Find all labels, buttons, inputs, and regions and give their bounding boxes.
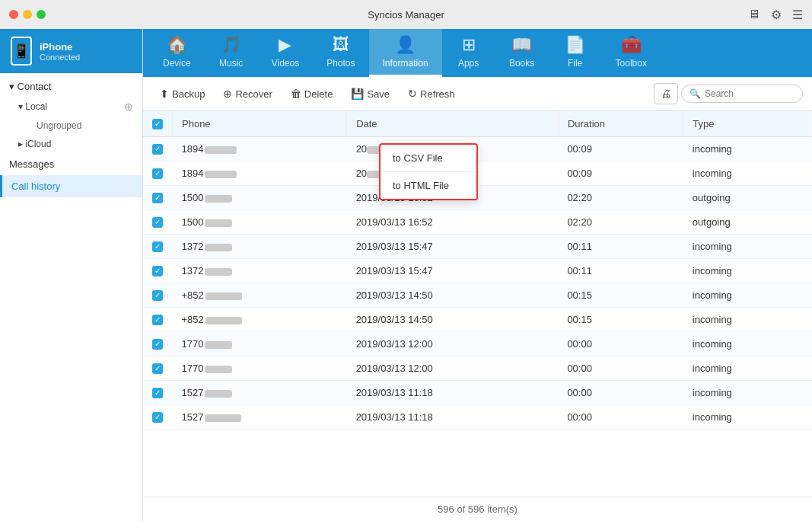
cell-phone: 1894 (173, 161, 347, 186)
tab-device[interactable]: 🏠 Device (149, 29, 205, 77)
sidebar-item-ungrouped[interactable]: Ungrouped (18, 117, 142, 135)
cell-type: incoming (683, 137, 812, 161)
cell-type: incoming (683, 308, 812, 332)
sidebar-item-call-history[interactable]: Call history (0, 175, 142, 197)
col-phone: Phone (173, 111, 347, 137)
tab-information[interactable]: 👤 Information (369, 29, 442, 77)
tab-videos[interactable]: ▶ Videos (258, 29, 313, 77)
row-checkbox[interactable]: ✓ (152, 217, 163, 228)
cell-type: incoming (683, 356, 812, 381)
row-checkbox[interactable]: ✓ (152, 266, 163, 276)
apps-tab-icon: ⊞ (462, 35, 476, 55)
toolbar: ⬆ Backup ⊕ Recover 🗑 Delete 💾 Save ↻ Ref… (143, 77, 812, 111)
nav-tabs-wrapper: 🏠 Device 🎵 Music ▶ Videos 🖼 Photos 👤 (143, 29, 812, 77)
app-title: Syncios Manager (368, 9, 444, 21)
title-bar-right: 🖥 ⚙ ☰ (748, 8, 803, 22)
refresh-button[interactable]: ↻ Refresh (400, 84, 463, 104)
cell-phone: 1372 (173, 259, 347, 283)
cell-phone: 1527 (173, 405, 347, 430)
table-row: ✓13722019/03/13 15:4700:11incoming (143, 235, 812, 259)
table-row: ✓17702019/03/13 12:0000:00incoming (143, 356, 812, 381)
cell-date: 2019/03/13 11:18 (347, 405, 559, 430)
cell-duration: 00:00 (558, 405, 683, 430)
col-duration: Duration (558, 111, 683, 137)
menu-icon[interactable]: ☰ (792, 8, 803, 22)
tab-apps[interactable]: ⊞ Apps (442, 29, 495, 77)
search-input[interactable] (705, 88, 794, 99)
cell-type: incoming (683, 235, 812, 259)
save-button[interactable]: 💾 Save (343, 84, 397, 104)
cell-duration: 00:11 (558, 235, 683, 259)
table-row: ✓15272019/03/13 11:1800:00incoming (143, 405, 812, 430)
cell-phone: +852 (173, 283, 347, 308)
nav-tabs: 🏠 Device 🎵 Music ▶ Videos 🖼 Photos 👤 (143, 29, 812, 77)
cell-type: incoming (683, 405, 812, 430)
row-checkbox[interactable]: ✓ (152, 315, 163, 325)
row-checkbox[interactable]: ✓ (152, 339, 163, 350)
cell-phone: +852 (173, 308, 347, 332)
photos-tab-icon: 🖼 (333, 35, 349, 55)
gear-icon[interactable]: ⚙ (771, 8, 782, 22)
row-checkbox[interactable]: ✓ (152, 388, 163, 398)
search-box: 🔍 (681, 85, 803, 103)
print-button[interactable]: 🖨 (654, 83, 678, 104)
backup-icon: ⬆ (160, 88, 169, 100)
tab-toolbox[interactable]: 🧰 Toolbox (602, 29, 661, 77)
dropdown-html[interactable]: to HTML File (381, 171, 476, 199)
cell-phone: 1770 (173, 356, 347, 381)
delete-button[interactable]: 🗑 Delete (283, 84, 341, 104)
minimize-button[interactable] (23, 10, 32, 19)
information-tab-icon: 👤 (395, 35, 416, 55)
music-tab-icon: 🎵 (221, 35, 241, 55)
sidebar-item-messages[interactable]: Messages (0, 153, 142, 175)
main-layout: 📱 iPhone Connected ▾ Contact ▾ Local ⊕ U… (0, 29, 812, 521)
cell-phone: 1894 (173, 137, 347, 161)
select-all-checkbox[interactable]: ✓ (152, 119, 163, 129)
cell-date: 2019/03/13 14:50 (347, 283, 559, 308)
tab-file[interactable]: 📄 File (549, 29, 602, 77)
row-checkbox[interactable]: ✓ (152, 412, 163, 423)
maximize-button[interactable] (37, 10, 46, 19)
table-row: ✓15002019/03/13 16:5202:20outgoing (143, 210, 812, 235)
device-tab-icon: 🏠 (167, 35, 187, 55)
row-checkbox[interactable]: ✓ (152, 168, 163, 179)
row-checkbox[interactable]: ✓ (152, 290, 163, 301)
sidebar-item-icloud[interactable]: ▸ iCloud (18, 135, 142, 153)
dropdown-csv[interactable]: to CSV File (381, 145, 476, 171)
cell-duration: 00:00 (558, 356, 683, 381)
sidebar-nav: ▾ Contact ▾ Local ⊕ Ungrouped ▸ iCloud M… (0, 73, 142, 521)
col-type: Type (683, 111, 812, 137)
videos-tab-icon: ▶ (279, 35, 291, 55)
cell-type: incoming (683, 161, 812, 186)
table-row: ✓17702019/03/13 12:0000:00incoming (143, 332, 812, 356)
tab-books[interactable]: 📖 Books (495, 29, 549, 77)
cell-duration: 02:20 (558, 186, 683, 210)
cell-phone: 1372 (173, 235, 347, 259)
toolbox-tab-icon: 🧰 (621, 35, 642, 55)
cell-phone: 1527 (173, 381, 347, 405)
device-status: Connected (40, 53, 80, 62)
table-row: ✓15272019/03/13 11:1800:00incoming (143, 381, 812, 405)
cell-type: outgoing (683, 210, 812, 235)
close-button[interactable] (9, 10, 18, 19)
tab-photos[interactable]: 🖼 Photos (313, 29, 368, 77)
row-checkbox[interactable]: ✓ (152, 363, 163, 374)
row-checkbox[interactable]: ✓ (152, 144, 163, 155)
row-checkbox[interactable]: ✓ (152, 193, 163, 203)
cell-duration: 00:09 (558, 161, 683, 186)
backup-button[interactable]: ⬆ Backup (152, 84, 212, 104)
recover-button[interactable]: ⊕ Recover (215, 84, 279, 104)
cell-duration: 02:20 (558, 210, 683, 235)
table-row: ✓13722019/03/13 15:4700:11incoming (143, 259, 812, 283)
add-icon[interactable]: ⊕ (124, 101, 133, 113)
content-area: 🏠 Device 🎵 Music ▶ Videos 🖼 Photos 👤 (143, 29, 812, 521)
sidebar-item-messages-label: Messages (9, 158, 54, 170)
row-checkbox[interactable]: ✓ (152, 241, 163, 252)
save-icon: 💾 (351, 88, 364, 100)
device-header: 📱 iPhone Connected (0, 29, 142, 73)
cell-type: incoming (683, 283, 812, 308)
sidebar-section-contact[interactable]: ▾ Contact (0, 76, 142, 97)
tab-music[interactable]: 🎵 Music (205, 29, 258, 77)
monitor-icon[interactable]: 🖥 (748, 8, 760, 21)
sidebar-item-local[interactable]: ▾ Local ⊕ (18, 97, 142, 117)
